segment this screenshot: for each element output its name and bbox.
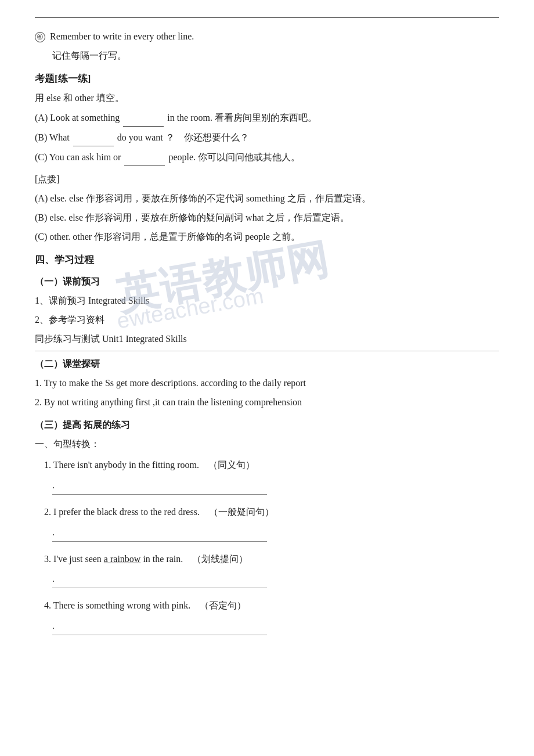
q4-answer-line: . (52, 618, 267, 635)
q3-answer-line: . (52, 571, 267, 588)
blank-b (73, 129, 114, 146)
sub3-heading: （三）提高 拓展的练习 (35, 417, 499, 434)
dianbuo-b: (B) else. else 作形容词用，要放在所修饰的疑问副词 what 之后… (35, 210, 499, 226)
sub1-heading: （一）课前预习 (35, 273, 499, 290)
intro-line2: 记住每隔一行写。 (35, 48, 499, 64)
dianbuo-a: (A) else. else 作形容词用，要放在所修饰的不定代词 somethi… (35, 190, 499, 207)
q3-underline: a rainbow (104, 554, 141, 564)
kaoti-section: 考题[练一练] 用 else 和 other 填空。 (A) Look at s… (35, 70, 499, 166)
kaoti-instruction: 用 else 和 other 填空。 (35, 90, 499, 107)
blank-a (123, 109, 164, 127)
sub2-item1: 1. Try to make the Ss get more descripti… (35, 375, 499, 392)
exercise-q1: 1. There isn't anybody in the fitting ro… (35, 457, 499, 495)
intro-line1: ⑥ Remember to write in every other line. (35, 28, 499, 45)
question-b: (B) What do you want ？ 你还想要什么？ (35, 129, 499, 146)
section4-heading: 四、学习过程 (35, 251, 499, 269)
section4: 四、学习过程 （一）课前预习 1、课前预习 Integrated Skills … (35, 251, 499, 635)
question-c: (C) You can ask him or people. 你可以问问他或其他… (35, 149, 499, 166)
kaoti-heading: 考题[练一练] (35, 70, 499, 88)
sub3-sub-heading: 一、句型转换： (35, 436, 499, 453)
subsection2: （二）课堂探研 1. Try to make the Ss get more d… (35, 356, 499, 411)
q2-answer-line: . (52, 524, 267, 542)
exercise-q2: 2. I prefer the black dress to the red d… (35, 504, 499, 542)
circle-6: ⑥ (35, 32, 45, 42)
q4-text: 4. There is something wrong with pink. （… (35, 597, 499, 614)
sub-divider (35, 351, 499, 351)
sub1-item3: 同步练习与测试 Unit1 Integrated Skills (35, 331, 499, 348)
q1-text: 1. There isn't anybody in the fitting ro… (35, 457, 499, 474)
question-a: (A) Look at something in the room. 看看房间里… (35, 109, 499, 127)
top-divider (35, 17, 499, 18)
q1-answer-line: . (52, 477, 267, 495)
exercise-q3: 3. I've just seen a rainbow in the rain.… (35, 551, 499, 589)
sub2-item2: 2. By not writing anything first ,it can… (35, 394, 499, 411)
sub2-heading: （二）课堂探研 (35, 356, 499, 373)
subsection1: （一）课前预习 1、课前预习 Integrated Skills 2、参考学习资… (35, 273, 499, 347)
dianbuo-heading: [点拨] (35, 171, 499, 188)
q3-text: 3. I've just seen a rainbow in the rain.… (35, 551, 499, 568)
q2-text: 2. I prefer the black dress to the red d… (35, 504, 499, 521)
intro-section: ⑥ Remember to write in every other line.… (35, 28, 499, 64)
sub1-item1: 1、课前预习 Integrated Skills (35, 293, 499, 309)
dianbuo-c: (C) other. other 作形容词用，总是置于所修饰的名词 people… (35, 229, 499, 246)
blank-c (124, 149, 165, 166)
sub1-item2: 2、参考学习资料 (35, 312, 499, 329)
exercise-q4: 4. There is something wrong with pink. （… (35, 597, 499, 635)
subsection3: （三）提高 拓展的练习 一、句型转换： 1. There isn't anybo… (35, 417, 499, 635)
dianbuo-section: [点拨] (A) else. else 作形容词用，要放在所修饰的不定代词 so… (35, 171, 499, 245)
